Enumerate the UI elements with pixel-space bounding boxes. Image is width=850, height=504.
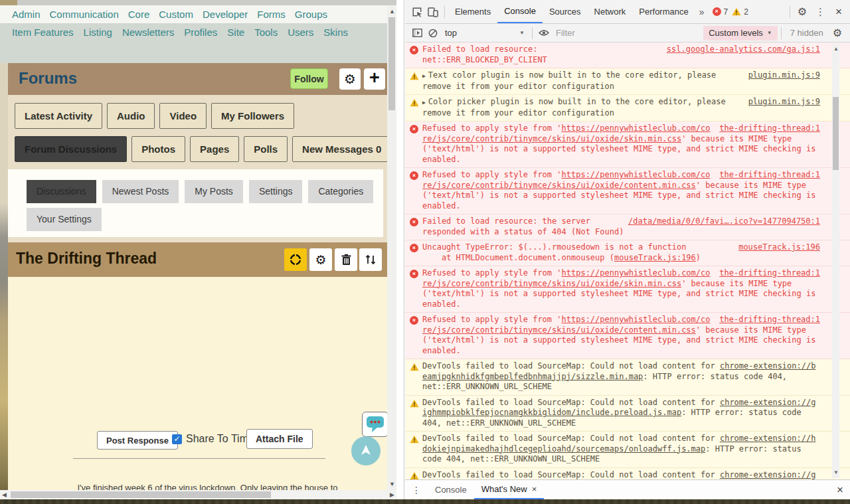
tab-sources[interactable]: Sources	[543, 1, 588, 23]
devtools-tabs: ElementsConsoleSourcesNetworkPerformance	[448, 0, 695, 23]
source-link[interactable]: plugin.min.js:9	[748, 97, 820, 108]
forum-tab-audio[interactable]: Audio	[107, 103, 155, 129]
nav-link-forms[interactable]: Forms	[257, 9, 286, 20]
expand-arrow-icon[interactable]: ▶	[422, 73, 426, 79]
scroll-down-arrow[interactable]: ▼	[833, 468, 839, 477]
source-link[interactable]: the-drifting-thread:1	[719, 315, 820, 325]
devtools-menu-button[interactable]: ⋮	[811, 6, 830, 18]
console-message: × DevTools failed to load SourceMap: Cou…	[405, 432, 850, 468]
context-selector[interactable]: top ▼	[441, 28, 529, 38]
source-link[interactable]: the-drifting-thread:1	[719, 170, 820, 181]
scroll-down-arrow[interactable]: ▼	[389, 479, 395, 489]
share-checkbox[interactable]: ✓	[172, 434, 182, 444]
tab-network[interactable]: Network	[588, 1, 633, 23]
source-link[interactable]: mouseTrack.js:196	[738, 242, 820, 253]
nav-link-core[interactable]: Core	[128, 9, 150, 20]
expand-arrow-icon[interactable]: ▶	[422, 100, 426, 106]
url-link[interactable]: mouseTrack.js:196	[614, 253, 696, 262]
live-expression-button[interactable]	[536, 25, 552, 41]
nav-link-listing[interactable]: Listing	[84, 27, 112, 38]
nav-link-skins[interactable]: Skins	[323, 27, 348, 38]
device-toolbar-icon	[428, 7, 438, 17]
tab-console[interactable]: Console	[497, 0, 543, 23]
source-link[interactable]: ssl.google-analytics.com/ga.js:1	[667, 44, 820, 55]
nav-link-site[interactable]: Site	[227, 27, 244, 38]
tab-performance[interactable]: Performance	[632, 1, 695, 23]
scroll-left-arrow[interactable]: ◀	[2, 490, 7, 499]
forum-tab-latest-activity[interactable]: Latest Activity	[15, 103, 102, 129]
console-filter-input[interactable]	[556, 28, 699, 38]
source-link[interactable]: /data/media/0/0/favi….ico?v=1477094750:1	[628, 216, 820, 227]
sub-tab-my-posts[interactable]: My Posts	[185, 180, 243, 203]
scroll-right-arrow[interactable]: ▶	[390, 490, 394, 499]
inspect-element-button[interactable]	[409, 4, 425, 20]
console-scrollbar[interactable]: ▲ ▼	[832, 44, 839, 478]
nav-link-newsletters[interactable]: Newsletters	[122, 27, 174, 38]
scroll-up-arrow[interactable]: ▲	[833, 44, 839, 54]
page-horizontal-scrollbar[interactable]: ◀ ▶	[0, 490, 396, 499]
forum-tab-my-followers[interactable]: My Followers	[211, 103, 294, 129]
warning-icon	[410, 471, 419, 480]
source-link[interactable]: the-drifting-thread:1	[719, 268, 820, 279]
nav-link-developer[interactable]: Developer	[203, 9, 248, 20]
nav-link-tools[interactable]: Tools	[254, 27, 278, 38]
forum-tab-photos[interactable]: Photos	[131, 136, 185, 162]
sub-tab-categories[interactable]: Categories	[308, 180, 373, 203]
delete-thread-button[interactable]	[335, 248, 357, 271]
attach-file-button[interactable]: Attach File	[246, 429, 313, 449]
devtools-settings-button[interactable]: ⚙	[794, 5, 811, 18]
warning-count-badge[interactable]: 2	[732, 7, 748, 17]
nav-link-custom[interactable]: Custom	[159, 9, 193, 20]
add-button[interactable]: +	[364, 68, 385, 90]
error-count-badge[interactable]: × 7	[713, 7, 728, 17]
forum-tab-forum-discussions[interactable]: Forum Discussions	[15, 136, 127, 162]
nav-link-admin[interactable]: Admin	[12, 9, 41, 20]
console-settings-button[interactable]: ⚙	[829, 27, 846, 39]
more-tabs-button[interactable]: »	[695, 7, 709, 17]
nav-link-users[interactable]: Users	[288, 27, 313, 38]
scroll-up-arrow[interactable]: ▲	[389, 7, 395, 16]
device-toolbar-button[interactable]	[425, 4, 441, 20]
devtools-close-button[interactable]: ×	[830, 5, 847, 19]
warning-icon	[410, 72, 419, 80]
scrollbar-thumb[interactable]	[11, 491, 271, 498]
nav-link-communication[interactable]: Communication	[50, 9, 119, 20]
thread-moderation-button[interactable]	[359, 248, 382, 271]
drawer-tab-console[interactable]: Console	[428, 481, 474, 499]
nav-link-item-features[interactable]: Item Features	[12, 27, 74, 38]
forum-tab-pages[interactable]: Pages	[190, 136, 239, 162]
drawer-tab-whats-new[interactable]: What's New ×	[474, 480, 545, 499]
source-link[interactable]: plugin.min.js:9	[748, 70, 820, 81]
forum-tab-video[interactable]: Video	[159, 103, 207, 129]
console-sidebar-button[interactable]	[409, 25, 425, 41]
tab-elements[interactable]: Elements	[448, 1, 497, 23]
forum-settings-button[interactable]: ⚙	[339, 68, 361, 90]
forum-tab-polls[interactable]: Polls	[244, 136, 288, 162]
thread-settings-button[interactable]: ⚙	[309, 248, 332, 271]
drawer-close-button[interactable]: ×	[830, 483, 850, 497]
share-label: Share To Tim	[186, 433, 248, 445]
track-thread-button[interactable]	[284, 248, 307, 271]
sub-tab-discussions[interactable]: Discussions	[27, 180, 96, 203]
source-link[interactable]: the-drifting-thread:1	[719, 124, 820, 134]
scrollbar-thumb[interactable]	[388, 17, 395, 110]
log-levels-dropdown[interactable]: Custom levels ▼	[703, 26, 778, 41]
nav-link-profiles[interactable]: Profiles	[184, 27, 217, 38]
clear-console-button[interactable]	[425, 25, 441, 41]
nav-link-groups[interactable]: Groups	[295, 9, 327, 20]
page-vertical-scrollbar[interactable]: ▲ ▼	[387, 5, 396, 490]
scroll-to-top-button[interactable]	[351, 436, 381, 465]
close-tab-icon[interactable]: ×	[532, 480, 537, 498]
plus-icon: +	[369, 68, 380, 88]
sub-tab-your-settings[interactable]: Your Settings	[27, 208, 102, 231]
chevron-down-icon: ▼	[519, 30, 525, 36]
chat-widget-button[interactable]	[362, 412, 388, 437]
drawer-menu-button[interactable]: ⋮	[405, 485, 428, 495]
sub-tab-settings[interactable]: Settings	[249, 180, 303, 203]
scrollbar-thumb[interactable]	[833, 97, 839, 170]
forum-tab-new-messages-0[interactable]: New Messages 0	[292, 136, 391, 162]
discussion-subtabs-row-1: DiscussionsNewest PostsMy PostsSettingsC…	[27, 180, 383, 203]
post-response-button[interactable]: Post Response	[97, 431, 178, 450]
follow-button[interactable]: Follow	[290, 68, 328, 89]
sub-tab-newest-posts[interactable]: Newest Posts	[102, 180, 179, 203]
